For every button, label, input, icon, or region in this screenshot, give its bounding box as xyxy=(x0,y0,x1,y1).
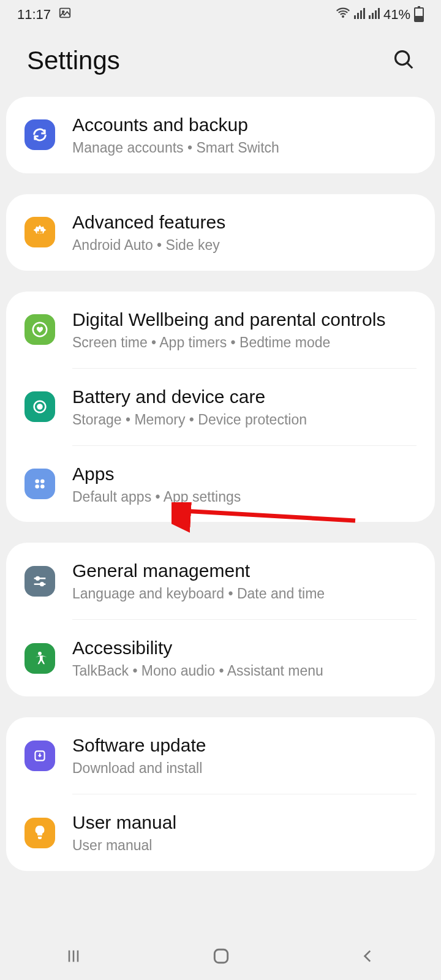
svg-line-11 xyxy=(407,63,412,68)
svg-point-16 xyxy=(40,479,45,483)
person-icon xyxy=(24,643,55,674)
update-icon xyxy=(24,741,55,771)
search-button[interactable] xyxy=(388,44,419,77)
apps-grid-icon xyxy=(24,469,55,499)
settings-group: Digital Wellbeing and parental controls … xyxy=(6,292,435,522)
svg-rect-5 xyxy=(363,8,365,19)
settings-item-user-manual[interactable]: User manual User manual xyxy=(6,794,435,871)
svg-rect-3 xyxy=(357,13,359,19)
status-bar: 11:17 41% xyxy=(0,0,441,29)
svg-rect-30 xyxy=(214,949,227,962)
settings-item-accounts-backup[interactable]: Accounts and backup Manage accounts • Sm… xyxy=(6,97,435,173)
signal-icon xyxy=(354,7,365,23)
care-icon xyxy=(24,391,55,422)
settings-item-general-management[interactable]: General management Language and keyboard… xyxy=(6,543,435,619)
heart-circle-icon xyxy=(24,314,55,345)
svg-point-20 xyxy=(36,577,39,580)
svg-rect-2 xyxy=(354,15,356,19)
item-subtitle: Language and keyboard • Date and time xyxy=(72,585,417,603)
settings-item-advanced-features[interactable]: Advanced features Android Auto • Side ke… xyxy=(6,194,435,271)
settings-group: General management Language and keyboard… xyxy=(6,543,435,696)
status-time: 11:17 xyxy=(17,7,51,23)
settings-item-accessibility[interactable]: Accessibility TalkBack • Mono audio • As… xyxy=(6,620,435,696)
svg-rect-9 xyxy=(378,8,380,19)
item-subtitle: Manage accounts • Smart Switch xyxy=(72,139,417,157)
settings-item-digital-wellbeing[interactable]: Digital Wellbeing and parental controls … xyxy=(6,292,435,368)
item-title: Software update xyxy=(72,733,417,757)
item-subtitle: Default apps • App settings xyxy=(72,488,417,507)
svg-point-23 xyxy=(38,652,42,655)
item-subtitle: Android Auto • Side key xyxy=(72,236,417,255)
svg-point-10 xyxy=(396,51,409,65)
back-icon xyxy=(360,948,376,964)
battery-percent: 41% xyxy=(383,7,410,23)
image-icon xyxy=(58,6,72,23)
search-icon xyxy=(392,48,415,71)
signal-icon-2 xyxy=(369,7,380,23)
svg-point-1 xyxy=(62,11,64,13)
svg-point-17 xyxy=(35,484,39,489)
settings-item-software-update[interactable]: Software update Download and install xyxy=(6,717,435,794)
item-subtitle: Download and install xyxy=(72,760,417,778)
nav-bar xyxy=(0,935,441,980)
item-subtitle: Storage • Memory • Device protection xyxy=(72,411,417,429)
settings-group: Advanced features Android Auto • Side ke… xyxy=(6,194,435,271)
home-icon xyxy=(211,946,231,966)
back-button[interactable] xyxy=(360,948,376,967)
item-title: Advanced features xyxy=(72,210,417,234)
sync-icon xyxy=(24,119,55,150)
header: Settings xyxy=(0,29,441,97)
svg-point-14 xyxy=(38,405,42,409)
settings-item-battery-device-care[interactable]: Battery and device care Storage • Memory… xyxy=(6,369,435,445)
item-title: Battery and device care xyxy=(72,385,417,409)
plus-badge-icon xyxy=(24,217,55,247)
svg-point-18 xyxy=(40,484,45,489)
item-title: Accessibility xyxy=(72,636,417,660)
battery-icon xyxy=(414,7,424,22)
item-title: General management xyxy=(72,559,417,582)
recents-icon xyxy=(65,948,82,965)
item-subtitle: User manual xyxy=(72,837,417,855)
svg-rect-8 xyxy=(375,10,377,19)
settings-group: Accounts and backup Manage accounts • Sm… xyxy=(6,97,435,173)
settings-group: Software update Download and install Use… xyxy=(6,717,435,871)
svg-rect-6 xyxy=(369,15,371,19)
svg-point-22 xyxy=(40,582,43,586)
recents-button[interactable] xyxy=(65,948,82,967)
item-subtitle: Screen time • App timers • Bedtime mode xyxy=(72,334,417,352)
item-title: Apps xyxy=(72,462,417,486)
svg-rect-4 xyxy=(360,10,362,19)
item-title: Accounts and backup xyxy=(72,113,417,137)
item-subtitle: TalkBack • Mono audio • Assistant menu xyxy=(72,662,417,680)
page-title: Settings xyxy=(27,46,120,75)
home-button[interactable] xyxy=(211,946,231,968)
svg-point-15 xyxy=(35,479,39,483)
wifi-icon xyxy=(336,7,350,23)
item-title: User manual xyxy=(72,810,417,834)
settings-item-apps[interactable]: Apps Default apps • App settings xyxy=(6,446,435,522)
lightbulb-icon xyxy=(24,818,55,848)
svg-rect-7 xyxy=(372,13,374,19)
item-title: Digital Wellbeing and parental controls xyxy=(72,307,417,331)
sliders-icon xyxy=(24,566,55,597)
